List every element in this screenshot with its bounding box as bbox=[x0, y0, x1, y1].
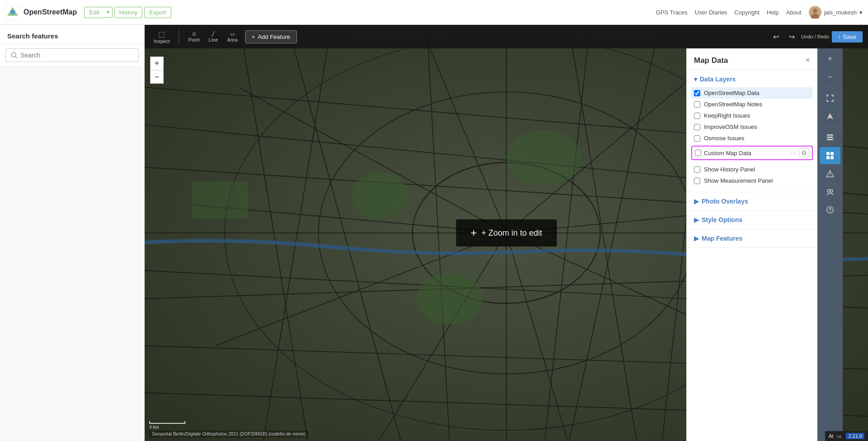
top-navigation: OpenStreetMap Edit ▾ History Export GPS … bbox=[0, 0, 868, 25]
location-bar-button[interactable] bbox=[820, 108, 840, 125]
search-box[interactable] bbox=[5, 48, 139, 62]
keepright-label: KeepRight Issues bbox=[704, 112, 750, 119]
layers-bar-button[interactable] bbox=[820, 129, 840, 146]
improveosm-layer-item: ImproveOSM Issues bbox=[694, 121, 810, 133]
svg-point-5 bbox=[11, 52, 16, 57]
user-menu[interactable]: jais_mukesh ▾ bbox=[809, 6, 863, 19]
show-history-panel-item: Show History Panel bbox=[694, 164, 810, 175]
redo-icon: ↪ bbox=[789, 33, 795, 41]
map-features-header[interactable]: ▶ Map Features bbox=[694, 235, 810, 242]
layers-icon bbox=[826, 133, 834, 142]
data-layers-label: Data Layers bbox=[700, 76, 736, 83]
icon-bar-divider-2 bbox=[822, 127, 838, 127]
user-avatar-icon bbox=[809, 6, 821, 19]
location-icon bbox=[826, 112, 834, 120]
gps-traces-link[interactable]: GPS Traces bbox=[656, 9, 688, 16]
community-bar-button[interactable] bbox=[820, 183, 840, 200]
panel-header: Map Data × bbox=[687, 48, 817, 70]
osmose-layer-item: Osmose Issues bbox=[694, 133, 810, 144]
map-toolbar: ⬚ Inspect ⊙ Point ╱ Line ▭ Area bbox=[145, 25, 868, 48]
keepright-checkbox[interactable] bbox=[694, 113, 700, 119]
svg-point-51 bbox=[827, 190, 830, 192]
custom-map-dots-button[interactable]: ··· bbox=[791, 149, 796, 156]
svg-rect-43 bbox=[827, 137, 833, 138]
left-panel: Search features bbox=[0, 25, 145, 441]
map-data-panel: Map Data × ▾ Data Layers OpenStreetMap D… bbox=[686, 48, 817, 441]
area-button[interactable]: ▭ Area bbox=[223, 29, 241, 44]
user-diaries-link[interactable]: User Diaries bbox=[695, 9, 727, 16]
save-upload-icon: ↑ bbox=[838, 33, 841, 40]
search-features-title: Search features bbox=[7, 32, 58, 40]
point-label: Point bbox=[188, 37, 199, 43]
svg-line-6 bbox=[15, 57, 17, 58]
show-measurement-label: Show Measurement Panel bbox=[704, 177, 773, 184]
svg-rect-46 bbox=[830, 152, 834, 155]
map-container[interactable]: ⬚ Inspect ⊙ Point ╱ Line ▭ Area bbox=[145, 25, 868, 441]
show-measurement-panel-item: Show Measurement Panel bbox=[694, 175, 810, 186]
add-feature-group: ⊙ Point ╱ Line ▭ Area bbox=[184, 29, 241, 44]
line-button[interactable]: ╱ Line bbox=[205, 29, 222, 44]
point-icon: ⊙ bbox=[192, 31, 196, 37]
osmose-label: Osmose Issues bbox=[704, 135, 745, 142]
style-options-header[interactable]: ▶ Style Options bbox=[694, 216, 810, 223]
help-link[interactable]: Help bbox=[767, 9, 779, 16]
map-features-section: ▶ Map Features bbox=[687, 229, 817, 248]
data-layers-chevron-icon: ▾ bbox=[694, 76, 697, 83]
zoom-plus-bar-button[interactable]: + bbox=[820, 50, 840, 67]
nav-right: GPS Traces User Diaries Copyright Help A… bbox=[656, 6, 863, 19]
fullscreen-bar-button[interactable] bbox=[820, 90, 840, 107]
show-measurement-checkbox[interactable] bbox=[694, 178, 700, 184]
keepright-layer-item: KeepRight Issues bbox=[694, 110, 810, 121]
add-feature-button[interactable]: + Add Feature bbox=[245, 30, 297, 43]
osm-data-checkbox[interactable] bbox=[694, 90, 700, 96]
svg-rect-42 bbox=[827, 134, 833, 136]
version-badge: 2.21.0 bbox=[846, 433, 864, 439]
photo-overlays-chevron-icon: ▶ bbox=[694, 198, 699, 205]
about-link[interactable]: About bbox=[786, 9, 802, 16]
osm-data-label: OpenStreetMap Data bbox=[704, 90, 760, 96]
redo-button[interactable]: ↪ bbox=[785, 31, 798, 43]
search-input[interactable] bbox=[20, 52, 134, 59]
map-features-chevron-icon: ▶ bbox=[694, 235, 699, 242]
history-button[interactable]: History bbox=[114, 7, 142, 18]
issues-bar-button[interactable]: ! bbox=[820, 165, 840, 182]
icon-bar-divider-1 bbox=[822, 87, 838, 88]
osm-logo bbox=[5, 5, 20, 19]
help-bar-button[interactable]: ? bbox=[820, 201, 840, 218]
style-options-label: Style Options bbox=[702, 216, 742, 223]
osmose-checkbox[interactable] bbox=[694, 135, 700, 142]
edit-button[interactable]: Edit bbox=[84, 7, 104, 18]
search-box-container bbox=[0, 44, 144, 67]
edit-dropdown-button[interactable]: ▾ bbox=[104, 7, 113, 18]
custom-map-settings-button[interactable]: ⚙ bbox=[799, 148, 809, 157]
style-options-section: ▶ Style Options bbox=[687, 211, 817, 229]
style-options-chevron-icon: ▶ bbox=[694, 216, 699, 223]
svg-text:Aa: Aa bbox=[836, 434, 841, 439]
zoom-minus-bar-button[interactable]: − bbox=[820, 68, 840, 85]
panel-close-button[interactable]: × bbox=[805, 56, 810, 65]
data-layers-header[interactable]: ▾ Data Layers bbox=[694, 76, 810, 83]
svg-rect-47 bbox=[826, 156, 830, 159]
zoom-in-button[interactable]: + bbox=[150, 57, 164, 70]
svg-rect-40 bbox=[192, 181, 248, 219]
undo-button[interactable]: ↩ bbox=[769, 31, 783, 43]
save-button[interactable]: ↑ Save bbox=[832, 31, 863, 43]
add-feature-label: Add Feature bbox=[258, 33, 290, 40]
svg-text:?: ? bbox=[829, 207, 832, 213]
inspect-button[interactable]: ⬚ Inspect bbox=[150, 28, 173, 46]
point-button[interactable]: ⊙ Point bbox=[184, 29, 203, 44]
show-history-checkbox[interactable] bbox=[694, 166, 700, 173]
map-data-bar-button[interactable] bbox=[820, 147, 840, 164]
issues-icon: ! bbox=[826, 170, 834, 178]
svg-rect-45 bbox=[826, 152, 830, 155]
export-button[interactable]: Export bbox=[144, 7, 171, 18]
svg-marker-41 bbox=[827, 113, 833, 119]
custom-map-checkbox[interactable] bbox=[695, 150, 701, 156]
improveosm-checkbox[interactable] bbox=[694, 124, 700, 130]
copyright-link[interactable]: Copyright bbox=[734, 9, 760, 16]
osm-notes-checkbox[interactable] bbox=[694, 101, 700, 108]
undo-icon: ↩ bbox=[773, 33, 779, 41]
at-label: At bbox=[829, 433, 833, 439]
zoom-out-button[interactable]: − bbox=[150, 70, 164, 84]
photo-overlays-header[interactable]: ▶ Photo Overlays bbox=[694, 198, 810, 205]
